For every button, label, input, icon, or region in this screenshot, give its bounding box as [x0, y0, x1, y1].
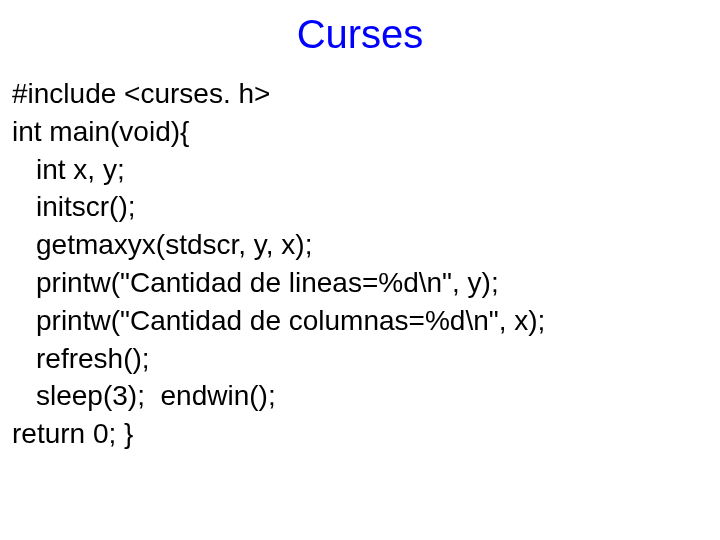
code-line: printw("Cantidad de columnas=%d\n", x);: [12, 302, 710, 340]
code-line: refresh();: [12, 340, 710, 378]
code-block: #include <curses. h> int main(void){ int…: [10, 75, 710, 453]
code-line: getmaxyx(stdscr, y, x);: [12, 226, 710, 264]
code-line: #include <curses. h>: [12, 75, 710, 113]
code-line: printw("Cantidad de lineas=%d\n", y);: [12, 264, 710, 302]
slide-container: Curses #include <curses. h> int main(voi…: [0, 0, 720, 540]
slide-title: Curses: [10, 12, 710, 57]
code-line: initscr();: [12, 188, 710, 226]
code-line: return 0; }: [12, 415, 710, 453]
code-line: int main(void){: [12, 113, 710, 151]
code-line: sleep(3); endwin();: [12, 377, 710, 415]
code-line: int x, y;: [12, 151, 710, 189]
